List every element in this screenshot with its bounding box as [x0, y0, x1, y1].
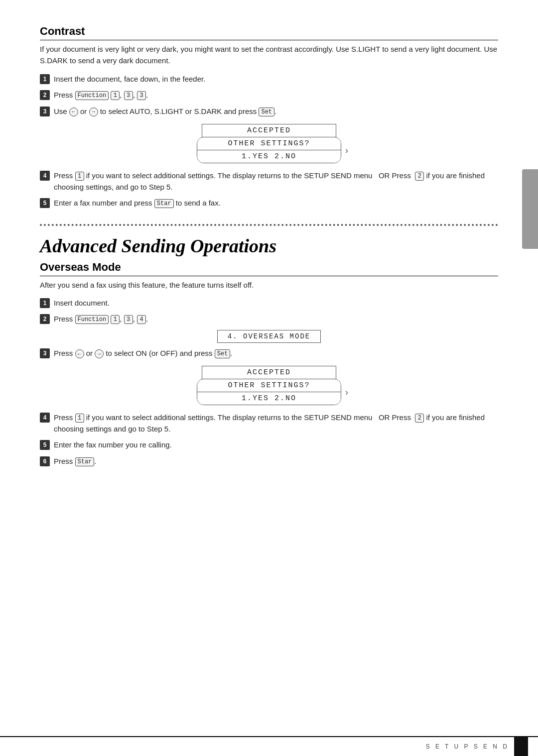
side-tab [522, 169, 538, 249]
os-function-key: Function [75, 315, 109, 324]
os-step-3-text: Press ← or → to select ON (or OFF) and p… [54, 348, 498, 359]
left-arrow-key: ← [69, 108, 78, 116]
os-step-1-text: Insert document. [54, 298, 498, 309]
step-3-text: Use ← or → to select AUTO, S.LIGHT or S.… [54, 106, 498, 117]
step-number-5: 5 [40, 198, 50, 208]
os-step-number-3: 3 [40, 348, 50, 358]
os-step-number-4: 4 [40, 413, 50, 423]
contrast-lcd-display: ACCEPTED OTHER SETTINGS? 1.YES 2.NO › [189, 124, 349, 163]
overseas-step-5: 5 Enter the fax number you re calling. [40, 439, 498, 451]
contrast-step-4: 4 Press 1 if you want to select addition… [40, 170, 498, 193]
key-2a: 2 [415, 172, 424, 181]
lcd-group-2: OTHER SETTINGS? 1.YES 2.NO › [197, 379, 341, 405]
os-star-key: Star [75, 457, 95, 466]
divider-dots [40, 224, 498, 226]
page-footer: S E T U P S E N D [0, 736, 538, 756]
step-number-4: 4 [40, 171, 50, 181]
section-divider [40, 224, 498, 226]
function-key: Function [75, 91, 109, 100]
overseas-step-6: 6 Press Star. [40, 456, 498, 467]
lcd-bubble-1: OTHER SETTINGS? 1.YES 2.NO [197, 137, 341, 163]
star-key-1: Star [154, 199, 174, 208]
right-arrow-key: → [89, 108, 98, 116]
os-step-number-5: 5 [40, 440, 50, 450]
key-1b: 1 [75, 172, 84, 181]
lcd-yes-no-1: 1.YES 2.NO [197, 150, 341, 163]
os-key-2a: 2 [415, 414, 424, 423]
overseas-intro: After you send a fax using this feature,… [40, 279, 498, 291]
os-key-4: 4 [137, 315, 146, 324]
bubble-arrow-2: › [345, 387, 348, 398]
os-right-arrow-key: → [95, 349, 104, 358]
overseas-step-3: 3 Press ← or → to select ON (or OFF) and… [40, 348, 498, 359]
os-step-number-6: 6 [40, 456, 50, 466]
contrast-step-3: 3 Use ← or → to select AUTO, S.LIGHT or … [40, 106, 498, 117]
os-step-5-text: Enter the fax number you re calling. [54, 439, 498, 451]
key-3b: 3 [137, 91, 146, 100]
os-left-arrow-key: ← [75, 349, 84, 358]
step-2-text: Press Function 1, 3, 3. [54, 90, 498, 101]
step-5-text: Enter a fax number and press Star to sen… [54, 198, 498, 209]
os-step-6-text: Press Star. [54, 456, 498, 467]
footer-label: S E T U P S E N D [426, 743, 509, 750]
contrast-step-2: 2 Press Function 1, 3, 3. [40, 90, 498, 101]
os-set-key: Set [215, 349, 231, 358]
footer-right: S E T U P S E N D [426, 737, 528, 756]
lcd-group-1: OTHER SETTINGS? 1.YES 2.NO › [197, 137, 341, 163]
step-number-2: 2 [40, 90, 50, 100]
key-3a: 3 [124, 91, 133, 100]
lcd-accepted-1: ACCEPTED [202, 124, 336, 137]
os-step-number-1: 1 [40, 298, 50, 308]
contrast-step-1: 1 Insert the document, face down, in the… [40, 74, 498, 85]
contrast-title: Contrast [40, 25, 498, 40]
os-key-1: 1 [111, 315, 120, 324]
step-1-text: Insert the document, face down, in the f… [54, 74, 498, 85]
key-1: 1 [111, 91, 120, 100]
os-step-2-text: Press Function 1, 3, 4. [54, 314, 498, 325]
os-step-4-text: Press 1 if you want to select additional… [54, 412, 498, 434]
step-4-text: Press 1 if you want to select additional… [54, 170, 498, 193]
overseas-mode-title: Overseas Mode [40, 261, 498, 276]
lcd-other-settings-1: OTHER SETTINGS? [197, 137, 341, 150]
lcd-bubble-2: OTHER SETTINGS? 1.YES 2.NO [197, 379, 341, 405]
lcd-other-settings-2: OTHER SETTINGS? [197, 379, 341, 392]
bubble-arrow-1: › [345, 145, 348, 156]
step-number-3: 3 [40, 107, 50, 116]
overseas-step-1: 1 Insert document. [40, 298, 498, 309]
contrast-step-5: 5 Enter a fax number and press Star to s… [40, 198, 498, 209]
chapter-title: Advanced Sending Operations [40, 235, 498, 257]
overseas-mode-display: 4. OVERSEAS MODE [40, 330, 498, 343]
lcd-yes-no-2: 1.YES 2.NO [197, 392, 341, 405]
set-key: Set [259, 108, 274, 116]
os-key-3: 3 [124, 315, 133, 324]
overseas-step-4: 4 Press 1 if you want to select addition… [40, 412, 498, 434]
lcd-accepted-2: ACCEPTED [202, 366, 336, 379]
os-key-1b: 1 [75, 414, 84, 423]
overseas-step-2: 2 Press Function 1, 3, 4. [40, 314, 498, 325]
os-step-number-2: 2 [40, 314, 50, 324]
overseas-lcd-display: ACCEPTED OTHER SETTINGS? 1.YES 2.NO › [189, 366, 349, 405]
step-number-1: 1 [40, 74, 50, 84]
overseas-mode-lcd: 4. OVERSEAS MODE [217, 330, 321, 343]
footer-black-box [514, 737, 528, 756]
contrast-intro: If your document is very light or very d… [40, 43, 498, 67]
